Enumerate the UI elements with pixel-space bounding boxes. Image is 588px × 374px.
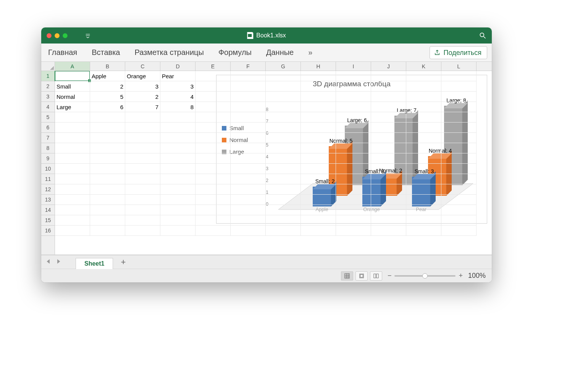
cell-L7[interactable] bbox=[441, 133, 477, 143]
cell-K7[interactable] bbox=[406, 133, 441, 143]
cell-H4[interactable] bbox=[301, 102, 336, 112]
cell-K2[interactable] bbox=[406, 81, 441, 92]
cell-H1[interactable] bbox=[301, 71, 336, 81]
cell-E13[interactable] bbox=[195, 195, 231, 205]
row-header-10[interactable]: 10 bbox=[41, 164, 55, 174]
tab-insert[interactable]: Вставка bbox=[92, 48, 120, 57]
cells-area[interactable]: 3D диаграмма столбца Small Normal bbox=[55, 71, 492, 255]
cell-J1[interactable] bbox=[371, 71, 406, 81]
cell-J7[interactable] bbox=[371, 133, 406, 143]
minimize-window-button[interactable] bbox=[55, 33, 60, 38]
column-header-K[interactable]: K bbox=[406, 62, 441, 71]
cell-F16[interactable] bbox=[231, 226, 266, 236]
cell-F7[interactable] bbox=[231, 133, 266, 143]
cell-L2[interactable] bbox=[441, 81, 477, 92]
cell-G13[interactable] bbox=[266, 195, 301, 205]
tab-home[interactable]: Главная bbox=[48, 48, 77, 57]
cell-B15[interactable] bbox=[90, 215, 125, 226]
cell-J12[interactable] bbox=[371, 184, 406, 195]
cell-I2[interactable] bbox=[336, 81, 371, 92]
cell-B1[interactable]: Apple bbox=[90, 71, 125, 81]
cell-I6[interactable] bbox=[336, 123, 371, 133]
cell-A12[interactable] bbox=[55, 184, 90, 195]
cell-I7[interactable] bbox=[336, 133, 371, 143]
cell-H6[interactable] bbox=[301, 123, 336, 133]
cell-H13[interactable] bbox=[301, 195, 336, 205]
cell-C3[interactable]: 2 bbox=[125, 92, 160, 102]
cell-L6[interactable] bbox=[441, 123, 477, 133]
cell-L3[interactable] bbox=[441, 92, 477, 102]
row-header-2[interactable]: 2 bbox=[41, 81, 55, 92]
cell-K4[interactable] bbox=[406, 102, 441, 112]
cell-J8[interactable] bbox=[371, 143, 406, 153]
cell-H14[interactable] bbox=[301, 205, 336, 215]
cell-I10[interactable] bbox=[336, 164, 371, 174]
cell-D4[interactable]: 8 bbox=[160, 102, 195, 112]
cell-C13[interactable] bbox=[125, 195, 160, 205]
cell-B4[interactable]: 6 bbox=[90, 102, 125, 112]
cell-B6[interactable] bbox=[90, 123, 125, 133]
cell-B11[interactable] bbox=[90, 174, 125, 184]
cell-D1[interactable]: Pear bbox=[160, 71, 195, 81]
zoom-window-button[interactable] bbox=[63, 33, 68, 38]
cell-L9[interactable] bbox=[441, 153, 477, 164]
cell-E16[interactable] bbox=[195, 226, 231, 236]
cell-G16[interactable] bbox=[266, 226, 301, 236]
cell-F11[interactable] bbox=[231, 174, 266, 184]
cell-D13[interactable] bbox=[160, 195, 195, 205]
cell-L11[interactable] bbox=[441, 174, 477, 184]
cell-C2[interactable]: 3 bbox=[125, 81, 160, 92]
cell-C11[interactable] bbox=[125, 174, 160, 184]
cell-I15[interactable] bbox=[336, 215, 371, 226]
share-button[interactable]: Поделиться bbox=[430, 46, 487, 59]
cell-G15[interactable] bbox=[266, 215, 301, 226]
cell-E3[interactable] bbox=[195, 92, 231, 102]
cell-C10[interactable] bbox=[125, 164, 160, 174]
cell-B3[interactable]: 5 bbox=[90, 92, 125, 102]
cell-C16[interactable] bbox=[125, 226, 160, 236]
cell-K16[interactable] bbox=[406, 226, 441, 236]
cell-F1[interactable] bbox=[231, 71, 266, 81]
cell-H2[interactable] bbox=[301, 81, 336, 92]
cell-E2[interactable] bbox=[195, 81, 231, 92]
cell-A1[interactable] bbox=[55, 71, 90, 81]
column-header-G[interactable]: G bbox=[266, 62, 301, 71]
cell-E9[interactable] bbox=[195, 153, 231, 164]
column-header-E[interactable]: E bbox=[195, 62, 231, 71]
cell-B7[interactable] bbox=[90, 133, 125, 143]
cell-C15[interactable] bbox=[125, 215, 160, 226]
zoom-in-button[interactable]: + bbox=[459, 272, 463, 280]
cell-H10[interactable] bbox=[301, 164, 336, 174]
cell-B5[interactable] bbox=[90, 112, 125, 123]
cell-D15[interactable] bbox=[160, 215, 195, 226]
tabs-overflow[interactable]: » bbox=[308, 48, 312, 57]
quick-access-toolbar[interactable] bbox=[84, 33, 92, 38]
cell-K3[interactable] bbox=[406, 92, 441, 102]
cell-L10[interactable] bbox=[441, 164, 477, 174]
cell-E14[interactable] bbox=[195, 205, 231, 215]
cell-G4[interactable] bbox=[266, 102, 301, 112]
row-header-12[interactable]: 12 bbox=[41, 184, 55, 195]
search-button[interactable] bbox=[479, 32, 486, 39]
cell-F10[interactable] bbox=[231, 164, 266, 174]
cell-B13[interactable] bbox=[90, 195, 125, 205]
cell-E4[interactable] bbox=[195, 102, 231, 112]
cell-I5[interactable] bbox=[336, 112, 371, 123]
cell-A7[interactable] bbox=[55, 133, 90, 143]
cell-A10[interactable] bbox=[55, 164, 90, 174]
close-window-button[interactable] bbox=[47, 33, 52, 38]
cell-H12[interactable] bbox=[301, 184, 336, 195]
cell-I14[interactable] bbox=[336, 205, 371, 215]
row-header-3[interactable]: 3 bbox=[41, 92, 55, 102]
add-sheet-button[interactable]: + bbox=[116, 257, 130, 267]
cell-F5[interactable] bbox=[231, 112, 266, 123]
view-page-break-button[interactable] bbox=[370, 271, 382, 280]
cell-K11[interactable] bbox=[406, 174, 441, 184]
cell-B14[interactable] bbox=[90, 205, 125, 215]
zoom-level[interactable]: 100% bbox=[468, 272, 486, 280]
cell-D6[interactable] bbox=[160, 123, 195, 133]
cell-G6[interactable] bbox=[266, 123, 301, 133]
cell-A13[interactable] bbox=[55, 195, 90, 205]
cell-H16[interactable] bbox=[301, 226, 336, 236]
cell-H5[interactable] bbox=[301, 112, 336, 123]
